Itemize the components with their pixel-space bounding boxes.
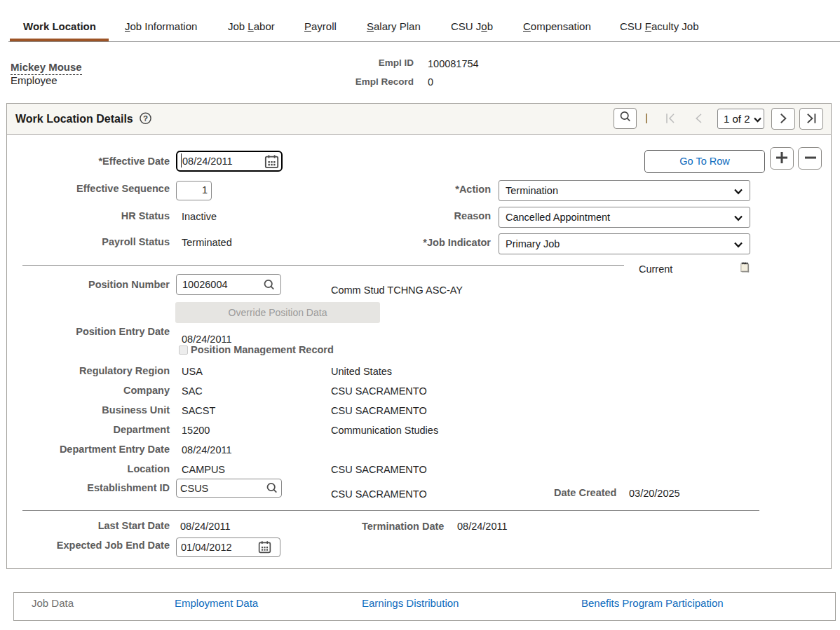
svg-text:?: ? — [143, 114, 148, 123]
